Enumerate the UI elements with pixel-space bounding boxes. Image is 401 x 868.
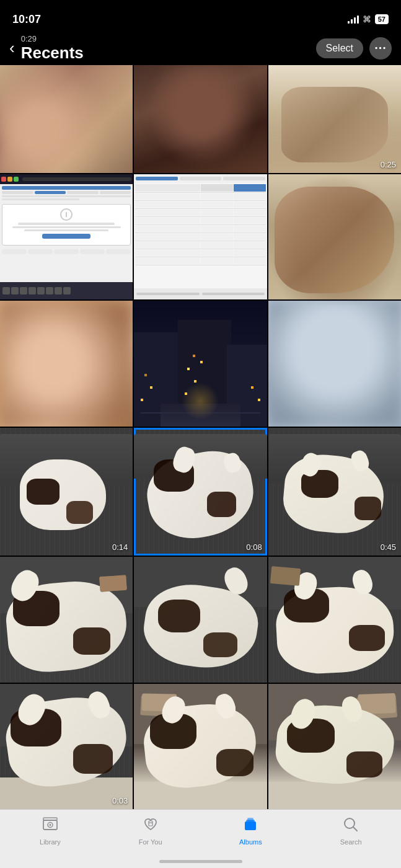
grid-row-1: 0:25 xyxy=(0,65,401,173)
photo-cell-cat-3[interactable]: 0:45 xyxy=(268,428,401,556)
header-title: Recents xyxy=(21,43,316,63)
header-actions: Select ··· xyxy=(316,37,392,60)
signal-icon xyxy=(348,15,359,24)
photo-cell-cat-5[interactable] xyxy=(134,557,267,682)
tab-foryou[interactable]: For You xyxy=(100,816,201,846)
foryou-icon xyxy=(142,816,159,836)
photo-cell-1[interactable] xyxy=(0,65,133,173)
tab-bar: Library For You Albums xyxy=(0,809,401,868)
search-icon xyxy=(342,816,359,836)
duration-badge-cat7: 0:03 xyxy=(112,796,128,805)
photo-cell-cat-2-selected[interactable]: 0:08 xyxy=(134,428,267,556)
tab-search-label: Search xyxy=(340,838,362,846)
svg-rect-1 xyxy=(43,818,57,820)
photo-cell-dog[interactable] xyxy=(268,174,401,299)
photo-cell-flight-2[interactable] xyxy=(134,174,267,299)
library-icon xyxy=(42,816,59,836)
home-indicator xyxy=(159,860,242,863)
grid-row-4: 0:14 0:08 0:45 xyxy=(0,428,401,556)
status-time: 10:07 xyxy=(12,13,41,26)
back-button[interactable]: ‹ xyxy=(9,38,15,58)
photo-cell-blur-gray[interactable] xyxy=(268,301,401,426)
photo-cell-cat-7[interactable]: 0:03 xyxy=(0,684,133,809)
photo-cell-cat-9[interactable] xyxy=(268,684,401,809)
photo-cell-3[interactable]: 0:25 xyxy=(268,65,401,173)
albums-icon xyxy=(242,816,259,836)
header-count: 0:29 xyxy=(21,34,316,43)
status-bar: 10:07 ⌘ 57 xyxy=(0,0,401,31)
grid-row-2 xyxy=(0,174,401,299)
svg-line-10 xyxy=(353,827,357,831)
header-title-area: 0:29 Recents xyxy=(21,34,316,63)
duration-badge-cat1: 0:14 xyxy=(112,542,128,552)
tab-library-label: Library xyxy=(40,838,61,846)
tab-albums[interactable]: Albums xyxy=(201,816,301,846)
photo-cell-flight-1[interactable] xyxy=(0,174,133,299)
tab-library[interactable]: Library xyxy=(0,816,100,846)
duration-badge-cat3: 0:45 xyxy=(381,542,396,552)
photo-cell-cat-6[interactable] xyxy=(268,557,401,682)
photo-grid: 0:25 xyxy=(0,65,401,809)
battery-level: 57 xyxy=(375,14,389,24)
photo-cell-cat-4[interactable] xyxy=(0,557,133,682)
photo-cell-2[interactable] xyxy=(134,65,267,173)
photo-cell-night[interactable] xyxy=(134,301,267,426)
header: ‹ 0:29 Recents Select ··· xyxy=(0,31,401,65)
wifi-icon: ⌘ xyxy=(363,14,371,24)
select-button[interactable]: Select xyxy=(316,38,363,58)
photo-cell-cat-8[interactable] xyxy=(134,684,267,809)
status-icons: ⌘ 57 xyxy=(348,14,389,24)
tab-albums-label: Albums xyxy=(239,838,262,846)
duration-badge-3: 0:25 xyxy=(381,160,396,169)
tab-search[interactable]: Search xyxy=(301,816,401,846)
svg-rect-8 xyxy=(247,818,253,826)
tab-foryou-label: For You xyxy=(139,838,162,846)
grid-row-6: 0:03 xyxy=(0,684,401,809)
more-button[interactable]: ··· xyxy=(369,37,392,60)
svg-point-3 xyxy=(49,824,51,826)
grid-row-5 xyxy=(0,557,401,682)
photo-cell-blur-warm[interactable] xyxy=(0,301,133,426)
svg-rect-4 xyxy=(149,821,152,826)
duration-badge-cat2: 0:08 xyxy=(246,542,262,552)
photo-cell-cat-1[interactable]: 0:14 xyxy=(0,428,133,556)
grid-row-3 xyxy=(0,301,401,426)
